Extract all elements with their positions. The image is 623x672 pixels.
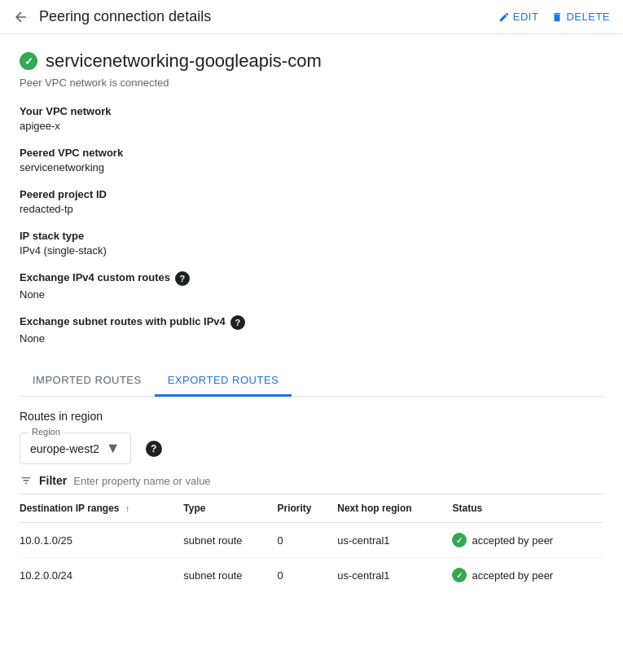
- exchange-ipv4-section: Exchange IPv4 custom routes ? None: [20, 271, 603, 301]
- col-status[interactable]: Status: [452, 494, 603, 523]
- col-next-hop[interactable]: Next hop region: [337, 494, 452, 523]
- your-vpc-value: apigee-x: [20, 120, 603, 132]
- tab-imported-routes[interactable]: IMPORTED ROUTES: [20, 364, 155, 396]
- connection-status-text: Peer VPC network is connected: [20, 77, 603, 89]
- exchange-subnet-label-row: Exchange subnet routes with public IPv4 …: [20, 315, 603, 330]
- exchange-ipv4-label: Exchange IPv4 custom routes: [20, 271, 170, 283]
- cell-type: subnet route: [183, 523, 277, 558]
- filter-bar: Filter: [20, 464, 603, 494]
- edit-label: EDIT: [513, 11, 539, 23]
- routes-table: Destination IP ranges ↑ Type Priority Ne…: [20, 494, 603, 592]
- region-help-icon[interactable]: ?: [146, 441, 162, 457]
- filter-icon: [20, 474, 33, 487]
- delete-label: DELETE: [566, 11, 610, 23]
- tabs-container: IMPORTED ROUTES EXPORTED ROUTES: [20, 364, 603, 397]
- region-select-row: europe-west2 ▼: [30, 440, 121, 457]
- ip-stack-label: IP stack type: [20, 230, 603, 242]
- ip-stack-value: IPv4 (single-stack): [20, 244, 603, 257]
- filter-label: Filter: [39, 474, 67, 487]
- peered-project-label: Peered project ID: [20, 188, 603, 200]
- col-priority[interactable]: Priority: [277, 494, 337, 523]
- status-check-icon: [452, 568, 467, 582]
- cell-priority: 0: [277, 523, 337, 558]
- status-icon: [20, 52, 37, 70]
- chevron-down-icon: ▼: [106, 440, 121, 457]
- cell-type: subnet route: [183, 558, 277, 593]
- status-text: accepted by peer: [472, 534, 553, 547]
- tab-exported-routes[interactable]: EXPORTED ROUTES: [155, 364, 292, 396]
- main-content: servicenetworking-googleapis-com Peer VP…: [0, 34, 623, 621]
- your-vpc-section: Your VPC network apigee-x: [20, 105, 603, 132]
- connection-name: servicenetworking-googleapis-com: [46, 51, 322, 72]
- peered-vpc-section: Peered VPC network servicenetworking: [20, 147, 603, 173]
- exchange-subnet-label: Exchange subnet routes with public IPv4: [20, 315, 226, 327]
- region-label: Region: [29, 427, 64, 437]
- cell-next-hop-region: us-central1: [337, 523, 452, 558]
- col-destination-label: Destination IP ranges: [20, 503, 119, 514]
- cell-next-hop-region: us-central1: [337, 558, 452, 593]
- col-priority-label: Priority: [277, 503, 311, 514]
- peered-vpc-value: servicenetworking: [20, 161, 603, 173]
- region-select-wrapper[interactable]: Region europe-west2 ▼: [20, 433, 131, 464]
- peered-project-section: Peered project ID redacted-tp: [20, 188, 603, 215]
- cell-priority: 0: [277, 558, 337, 593]
- col-status-label: Status: [452, 503, 482, 514]
- sort-icon: ↑: [125, 503, 130, 513]
- connection-status-row: servicenetworking-googleapis-com: [20, 51, 603, 72]
- status-check-icon: [452, 533, 467, 547]
- cell-destination: 10.2.0.0/24: [20, 558, 183, 593]
- region-value: europe-west2: [30, 442, 99, 455]
- filter-input[interactable]: [73, 475, 603, 487]
- edit-button[interactable]: EDIT: [498, 11, 539, 23]
- col-next-hop-label: Next hop region: [337, 503, 411, 514]
- col-type-label: Type: [183, 503, 205, 514]
- header-actions: EDIT DELETE: [498, 11, 610, 23]
- exchange-ipv4-value: None: [20, 288, 603, 301]
- exchange-subnet-section: Exchange subnet routes with public IPv4 …: [20, 315, 603, 345]
- back-button[interactable]: [13, 9, 29, 25]
- status-text: accepted by peer: [472, 569, 553, 582]
- cell-status: accepted by peer: [452, 523, 603, 558]
- peered-vpc-label: Peered VPC network: [20, 147, 603, 159]
- col-destination[interactable]: Destination IP ranges ↑: [20, 494, 183, 523]
- ip-stack-section: IP stack type IPv4 (single-stack): [20, 230, 603, 257]
- routes-title: Routes in region: [20, 410, 603, 423]
- page-title: Peering connection details: [39, 8, 489, 25]
- exchange-subnet-value: None: [20, 332, 603, 345]
- exchange-ipv4-label-row: Exchange IPv4 custom routes ?: [20, 271, 603, 286]
- your-vpc-label: Your VPC network: [20, 105, 603, 117]
- cell-status: accepted by peer: [452, 558, 603, 593]
- table-row: 10.0.1.0/25 subnet route 0 us-central1 a…: [20, 523, 603, 558]
- delete-button[interactable]: DELETE: [551, 11, 610, 23]
- cell-destination: 10.0.1.0/25: [20, 523, 183, 558]
- page-header: Peering connection details EDIT DELETE: [0, 0, 623, 34]
- peered-project-value: redacted-tp: [20, 203, 603, 215]
- routes-section: Routes in region Region europe-west2 ▼ ?…: [20, 397, 603, 605]
- col-type[interactable]: Type: [183, 494, 277, 523]
- table-row: 10.2.0.0/24 subnet route 0 us-central1 a…: [20, 558, 603, 593]
- exchange-ipv4-help-icon[interactable]: ?: [175, 271, 190, 286]
- exchange-subnet-help-icon[interactable]: ?: [230, 315, 245, 330]
